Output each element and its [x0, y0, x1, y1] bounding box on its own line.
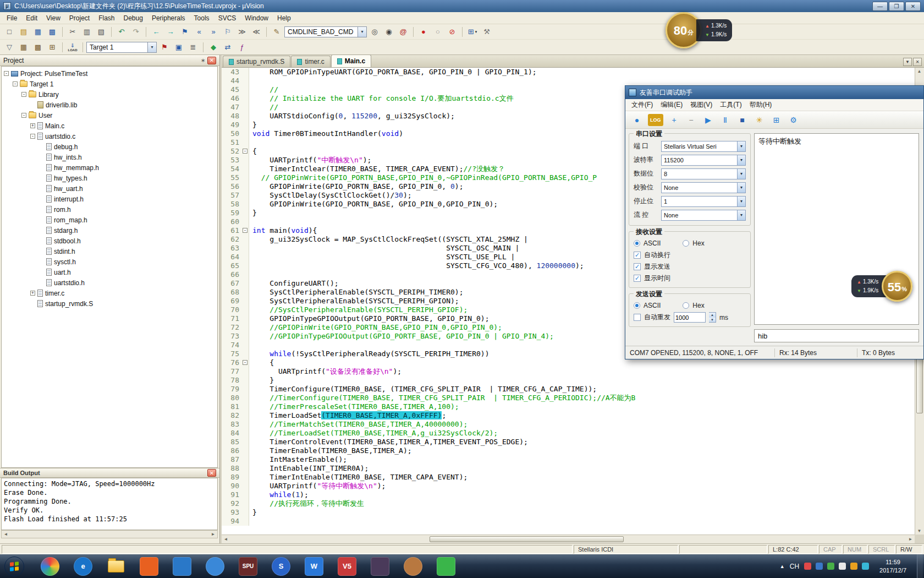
code-line[interactable]: 77 UARTprintf("设备没有准备好\n");: [222, 367, 915, 376]
code-line[interactable]: 80 //TimerConfigure(TIMER0_BASE, TIMER_C…: [222, 394, 915, 402]
menu-tools[interactable]: Tools: [190, 13, 214, 24]
wangwang-icon[interactable]: [404, 557, 422, 576]
serial-title-bar[interactable]: 友善串口调试助手: [625, 86, 923, 99]
pause-icon[interactable]: Ⅱ: [719, 114, 732, 126]
serial-menu-item[interactable]: 帮助(H): [746, 99, 776, 111]
spin-up-icon[interactable]: ▲: [709, 313, 716, 318]
tree-item[interactable]: rom_map.h: [2, 215, 217, 225]
port-setting-select[interactable]: 115200▾: [661, 155, 746, 166]
code-line[interactable]: 44: [222, 77, 915, 85]
save-all-icon[interactable]: ▩: [46, 26, 59, 38]
save-icon[interactable]: ▦: [31, 26, 45, 38]
navigate-forward-icon[interactable]: →: [164, 26, 177, 38]
find-icon[interactable]: ◉: [382, 26, 395, 38]
memory-usage-overlay[interactable]: ▲1.3K/s ▼1.9K/s 55 %: [851, 271, 912, 302]
code-line[interactable]: 88 IntEnable(INT_TIMER0A);: [222, 464, 915, 473]
menu-edit[interactable]: Edit: [21, 13, 42, 24]
bookmark-icon[interactable]: ⚑: [178, 26, 191, 38]
translate-icon[interactable]: ▽: [3, 41, 16, 53]
swap-icon[interactable]: ⇄: [221, 41, 234, 53]
game-app-icon[interactable]: [371, 557, 389, 576]
menu-debug[interactable]: Debug: [119, 13, 147, 24]
redo-icon[interactable]: ↷: [129, 26, 142, 38]
scroll-right-icon[interactable]: ►: [906, 536, 915, 543]
scroll-left-icon[interactable]: ◄: [2, 531, 10, 538]
tray-icon-5[interactable]: [850, 563, 857, 570]
scroll-right-icon[interactable]: ►: [209, 531, 217, 538]
tree-item[interactable]: stdarg.h: [2, 225, 217, 236]
chevron-down-icon[interactable]: ▾: [737, 169, 745, 179]
menu-project[interactable]: Project: [65, 13, 94, 24]
code-line[interactable]: 79 TimerConfigure(TIMER0_BASE, (TIMER_CF…: [222, 385, 915, 394]
chevron-down-icon[interactable]: ▾: [737, 141, 745, 151]
ie-browser-icon[interactable]: e: [74, 557, 92, 576]
tree-item[interactable]: -Library: [2, 89, 217, 100]
tree-item[interactable]: hw_uart.h: [2, 183, 217, 194]
port-setting-select[interactable]: Stellaris Virtual Seri▾: [661, 141, 746, 152]
collapse-icon[interactable]: -: [30, 134, 35, 139]
build-output-hscrollbar[interactable]: ◄ ►: [1, 530, 218, 538]
download-icon[interactable]: ⇓LOAD: [66, 41, 79, 53]
code-line[interactable]: 90 UARTprintf("等待中断触发\n");: [222, 482, 915, 490]
tree-item[interactable]: rom.h: [2, 204, 217, 215]
log-button[interactable]: LOG: [648, 114, 663, 126]
indent-icon[interactable]: ≫: [235, 26, 249, 38]
tree-item[interactable]: driverlib.lib: [2, 100, 217, 110]
settings-icon[interactable]: ⚙: [788, 114, 800, 126]
copy-icon[interactable]: ▥: [80, 26, 94, 38]
tree-item[interactable]: hw_types.h: [2, 173, 217, 183]
configure-icon[interactable]: ⚒: [480, 26, 493, 38]
tree-item[interactable]: interrupt.h: [2, 194, 217, 204]
start-button[interactable]: [4, 557, 24, 576]
wps-icon[interactable]: W: [305, 557, 323, 576]
taskbar-clock[interactable]: 11:59 2017/12/7: [874, 558, 912, 575]
clear-bookmarks-icon[interactable]: ⚐: [221, 26, 234, 38]
browser-ball-icon[interactable]: [41, 557, 59, 576]
auto-resend-checkbox[interactable]: [634, 314, 641, 321]
radio-ascii[interactable]: [634, 240, 640, 247]
remove-port-icon[interactable]: −: [685, 114, 697, 126]
chevron-down-icon[interactable]: ▾: [737, 210, 745, 220]
disable-breakpoint-icon[interactable]: ○: [431, 26, 444, 38]
editor-hscrollbar[interactable]: ◄ ►: [222, 535, 915, 543]
expand-icon[interactable]: +: [30, 123, 35, 128]
open-file-icon[interactable]: ▤: [17, 26, 30, 38]
app-blue-icon[interactable]: [173, 557, 191, 576]
tray-icon-1[interactable]: [804, 563, 811, 570]
tree-item[interactable]: uart.h: [2, 267, 217, 277]
menu-flash[interactable]: Flash: [94, 13, 119, 24]
tab-main-c[interactable]: Main.c: [331, 54, 371, 67]
serial-menu-item[interactable]: 工具(T): [716, 99, 745, 111]
tab-startup_rvmdk-s[interactable]: startup_rvmdk.S: [223, 56, 290, 67]
code-line[interactable]: 43 ROM_GPIOPinTypeUART(GPIO_PORTA_BASE, …: [222, 68, 915, 77]
port-setting-select[interactable]: None▾: [661, 182, 746, 193]
collapse-icon[interactable]: -: [21, 92, 26, 97]
code-line[interactable]: 84 //TimerLoadSet(TIMER0_BASE,TIMER_A,g_…: [222, 429, 915, 438]
tree-item[interactable]: stdint.h: [2, 246, 217, 257]
code-line[interactable]: 93}: [222, 508, 915, 517]
paste-icon[interactable]: ▧: [95, 26, 108, 38]
function-icon[interactable]: ƒ: [235, 41, 249, 53]
menu-peripherals[interactable]: Peripherals: [147, 13, 190, 24]
chevron-down-icon[interactable]: ▾: [475, 30, 477, 34]
rebuild-icon[interactable]: ▩: [31, 41, 45, 53]
radio-hex[interactable]: [683, 240, 689, 247]
menu-window[interactable]: Window: [240, 13, 273, 24]
tree-item[interactable]: -uartstdio.c: [2, 131, 217, 141]
app-orange-icon[interactable]: [140, 557, 158, 576]
chevron-down-icon[interactable]: ▾: [737, 155, 745, 165]
percent-badge[interactable]: 55 %: [882, 271, 912, 302]
checkbox-显示发送[interactable]: ✓: [634, 263, 641, 270]
collapse-icon[interactable]: -: [4, 71, 9, 76]
batch-build-icon[interactable]: ⊞: [46, 41, 59, 53]
spin-down-icon[interactable]: ▼: [709, 318, 716, 323]
explorer-folder-icon[interactable]: [107, 557, 125, 576]
edit-command-icon[interactable]: ✎: [270, 26, 283, 38]
toggle-breakpoint-icon[interactable]: ●: [417, 26, 430, 38]
pack-installer-icon[interactable]: ◆: [207, 41, 220, 53]
tray-icon-4[interactable]: [839, 563, 846, 570]
close-icon[interactable]: ✕: [905, 2, 921, 11]
code-line[interactable]: 86 TimerEnable(TIMER0_BASE,TIMER_A);: [222, 446, 915, 455]
kill-breakpoints-icon[interactable]: ⊘: [446, 26, 459, 38]
undo-icon[interactable]: ↶: [115, 26, 128, 38]
